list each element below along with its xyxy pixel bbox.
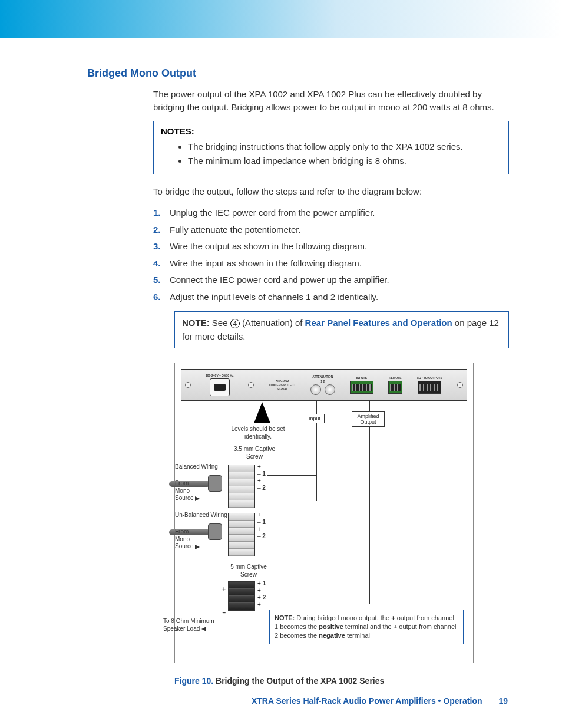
outputs-header: 8Ω / 4Ω OUTPUTS <box>417 376 442 380</box>
polarity-plus: + <box>211 586 226 594</box>
leader-line <box>369 427 370 604</box>
footer-page-number: 19 <box>498 696 508 706</box>
screw-icon <box>248 382 254 388</box>
step-item: Adjust the input levels of channels 1 an… <box>153 289 509 306</box>
steps-list: Unplug the IEC power cord from the power… <box>153 205 509 305</box>
page-content: Bridged Mono Output The power output of … <box>0 38 562 686</box>
arrow-icon <box>254 402 270 423</box>
note-positive: positive <box>319 623 343 630</box>
input-connector-icon <box>350 381 373 394</box>
inputs-header: INPUTS <box>356 376 367 380</box>
notes-item: The bridging instructions that follow ap… <box>188 140 501 154</box>
leader-line <box>316 423 317 501</box>
limiter-label: LIMITER/PROTECT <box>269 383 296 387</box>
circled-number-icon: 4 <box>230 319 240 328</box>
screw-icon <box>457 382 463 388</box>
note-text-prefix: See <box>212 318 230 328</box>
step-item: Fully attenuate the potentiometer. <box>153 222 509 239</box>
iec-socket-icon <box>210 378 230 396</box>
footer-doc-title: XTRA Series Half-Rack Audio Power Amplif… <box>252 696 482 706</box>
power-spec-label: 100-240V ~ 50/60 Hz <box>206 374 233 377</box>
balanced-label: Balanced Wiring <box>175 463 218 471</box>
captive-5-label: 5 mm Captive Screw <box>222 564 275 578</box>
note-plus: + <box>394 623 397 630</box>
page-header-bar <box>0 0 562 38</box>
notes-item: The minimum load impedance when bridging… <box>188 154 501 168</box>
step-item: Wire the input as shown in the following… <box>153 255 509 272</box>
note-text: terminal and the <box>345 623 394 630</box>
notes-list: The bridging instructions that follow ap… <box>188 140 501 168</box>
output-connector-icon <box>418 381 441 394</box>
note-inline: NOTE: See 4 (Attenuation) of Rear Panel … <box>174 311 509 348</box>
signal-label: SIGNAL <box>277 387 288 391</box>
attenuation-label: ATTENUATION <box>312 375 333 378</box>
notes-box: NOTES: The bridging instructions that fo… <box>153 121 509 174</box>
model-label: XPA 1002 <box>276 379 289 383</box>
terminal-block-icon <box>228 465 255 508</box>
remote-header: REMOTE <box>389 376 401 380</box>
terminal-marks: + 1 + + 2 + <box>257 580 266 608</box>
speaker-load-label: To 8 Ohm Minimum Speaker Load <box>163 618 228 633</box>
channel-labels: 1 2 <box>320 380 325 383</box>
input-callout: Input <box>305 414 325 423</box>
unbalanced-label: Un-Balanced Wiring <box>175 512 227 519</box>
note-text: During bridged mono output, the <box>296 614 391 621</box>
cable-connector-icon <box>208 475 222 492</box>
leader-line <box>267 475 316 476</box>
from-mono-label: From Mono Source <box>175 528 204 551</box>
arrow-right-icon <box>195 496 200 501</box>
bridge-intro: To bridge the output, follow the steps a… <box>153 185 509 198</box>
leader-line <box>316 401 317 414</box>
potentiometer-icon <box>310 384 321 395</box>
notes-title: NOTES: <box>161 126 501 136</box>
wiring-diagram: 100-240V ~ 50/60 Hz XPA 1002 LIMITER/PRO… <box>174 363 474 663</box>
polarity-minus: – <box>211 610 226 617</box>
leader-line <box>267 598 369 598</box>
arrow-right-icon <box>195 545 200 549</box>
page-footer: XTRA Series Half-Rack Audio Power Amplif… <box>0 696 562 706</box>
step-item: Connect the IEC power cord and power up … <box>153 272 509 289</box>
terminal-marks: + – 1 + – 2 <box>257 512 266 540</box>
remote-connector-icon <box>388 381 402 394</box>
step-item: Unplug the IEC power cord from the power… <box>153 205 509 222</box>
figure-title: Bridging the Output of the XPA 1002 Seri… <box>216 676 384 686</box>
figure-number: Figure 10. <box>174 676 213 686</box>
note-label: NOTE: <box>275 614 295 621</box>
screw-icon <box>185 382 191 388</box>
note-negative: negative <box>319 632 345 639</box>
levels-note: Levels should be set identically. <box>226 426 290 440</box>
from-mono-label: From Mono Source <box>175 480 204 502</box>
intro-paragraph: The power output of the XPA 1002 and XPA… <box>153 88 509 114</box>
output-callout: Amplified Output <box>352 411 385 427</box>
terminal-block-icon <box>228 513 255 556</box>
cross-reference-link[interactable]: Rear Panel Features and Operation <box>305 318 452 328</box>
figure-caption: Figure 10. Bridging the Output of the XP… <box>174 676 509 686</box>
note-label: NOTE: <box>182 318 210 328</box>
step-item: Wire the output as shown in the followin… <box>153 238 509 255</box>
diagram-note-box: NOTE: During bridged mono output, the + … <box>269 610 464 644</box>
amplifier-rear-panel: 100-240V ~ 50/60 Hz XPA 1002 LIMITER/PRO… <box>181 369 467 401</box>
cable-connector-icon <box>208 523 222 540</box>
terminal-marks: + – 1 + – 2 <box>257 463 266 492</box>
arrow-left-icon <box>201 627 206 631</box>
output-terminal-block-icon <box>228 581 255 611</box>
note-text: terminal <box>347 632 370 639</box>
potentiometer-icon <box>325 384 335 395</box>
note-plus: + <box>391 614 395 621</box>
captive-35-label: 3.5 mm Captive Screw <box>228 446 281 460</box>
section-heading: Bridged Mono Output <box>87 67 509 80</box>
note-text-mid: (Attenuation) of <box>242 318 305 328</box>
